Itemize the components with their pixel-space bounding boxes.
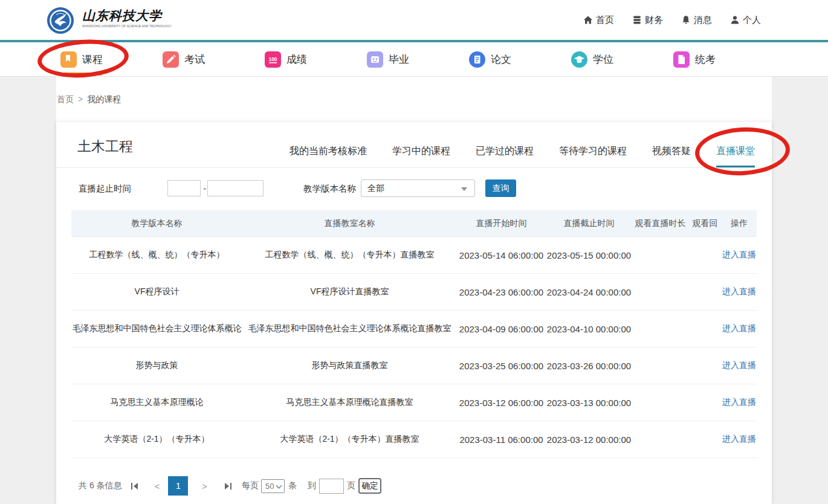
breadcrumb-separator: > (78, 94, 83, 105)
cell-version: 毛泽东思想和中国特色社会主义理论体系概论 (71, 323, 242, 334)
cell-version: 马克思主义基本原理概论 (71, 397, 242, 408)
topnav-home[interactable]: 首页 (583, 15, 614, 26)
nav-thesis[interactable]: 论文 (469, 42, 511, 76)
cell-end: 2023-03-13 00:00:00 (546, 398, 632, 408)
col-header-room: 直播教室名称 (242, 218, 457, 229)
select-caret-icon (461, 187, 467, 191)
cell-start: 2023-03-11 06:00:00 (457, 435, 546, 445)
tab-waiting-courses[interactable]: 等待学习的课程 (559, 145, 627, 167)
table-header-row: 教学版本名称 直播教室名称 直播开始时间 直播截止时间 观看直播时长 观看回 操… (71, 210, 757, 237)
cell-version: 形势与政策 (71, 360, 242, 371)
table-row: 马克思主义基本原理概论 马克思主义基本原理概论直播教室 2023-03-12 0… (71, 384, 757, 421)
nav-degree-label: 学位 (593, 53, 613, 66)
cell-room: 马克思主义基本原理概论直播教室 (242, 397, 457, 408)
topnav-finance[interactable]: 财务 (632, 15, 663, 26)
enter-live-link[interactable]: 进入直播 (722, 250, 757, 260)
nav-graduation[interactable]: 毕业 (367, 42, 409, 76)
cell-room: 毛泽东思想和中国特色社会主义理论体系概论直播教室 (242, 323, 457, 334)
start-time-input[interactable] (167, 180, 201, 196)
nav-exams-label: 考试 (184, 53, 205, 66)
table-row: 大学英语（2-1）（专升本） 大学英语（2-1）（专升本）直播教室 2023-0… (71, 421, 757, 458)
per-page-value: 50 (265, 482, 274, 491)
topnav-messages[interactable]: 消息 (681, 15, 712, 26)
logo-text: 山东科技大学 SHANDONG UNIVERSITY OF SCIENCE AN… (82, 7, 176, 28)
tab-learning-courses[interactable]: 学习中的课程 (392, 145, 450, 167)
last-page-icon[interactable] (224, 482, 232, 490)
cell-end: 2023-04-10 00:00:00 (546, 324, 632, 334)
cell-start: 2023-03-12 06:00:00 (457, 398, 546, 408)
table-row: 工程数学（线、概、统）（专升本） 工程数学（线、概、统）（专升本）直播教室 20… (71, 237, 757, 274)
enter-live-link[interactable]: 进入直播 (722, 397, 757, 408)
cell-end: 2023-03-12 00:00:00 (546, 435, 632, 445)
table-row: 形势与政策 形势与政策直播教室 2023-03-25 06:00:00 2023… (71, 347, 757, 384)
end-time-input[interactable] (207, 180, 264, 196)
enter-live-link[interactable]: 进入直播 (722, 360, 757, 371)
cell-version: 工程数学（线、概、统）（专升本） (71, 250, 242, 260)
topnav-finance-label: 财务 (645, 15, 663, 26)
enter-live-link[interactable]: 进入直播 (722, 286, 757, 297)
nav-thesis-label: 论文 (491, 53, 511, 66)
courses-book-icon (60, 51, 77, 68)
nav-active-underline (64, 73, 102, 76)
nav-grades[interactable]: 100 成绩 (265, 42, 307, 76)
total-count: 共 6 条信息 (79, 480, 122, 491)
topnav-messages-label: 消息 (694, 15, 712, 26)
per-page-select[interactable]: 50 (261, 479, 285, 493)
graduation-icon (367, 51, 383, 68)
nav-degree[interactable]: 学位 (571, 42, 613, 76)
prev-page-button[interactable]: < (155, 481, 160, 491)
card-divider (56, 167, 772, 168)
tabs: 我的当前考核标准 学习中的课程 已学过的课程 等待学习的课程 视频答疑 直播课堂 (289, 145, 755, 167)
goto-label: 到 (308, 480, 316, 491)
person-icon (730, 15, 740, 25)
svg-text:100: 100 (268, 56, 277, 62)
topnav-profile[interactable]: 个人 (730, 15, 761, 26)
cell-room: 工程数学（线、概、统）（专升本）直播教室 (242, 250, 457, 260)
time-range-dash: - (203, 183, 206, 194)
version-name-label: 教学版本名称 (303, 183, 356, 195)
main-nav: 课程 考试 100 成绩 毕业 论文 学位 统考 (0, 42, 828, 77)
topnav-home-label: 首页 (596, 15, 614, 26)
current-page-button[interactable]: 1 (168, 476, 188, 496)
tab-assessment-standard[interactable]: 我的当前考核标准 (289, 145, 367, 167)
exams-pencil-icon (163, 51, 179, 68)
cell-version: 大学英语（2-1）（专升本） (71, 434, 242, 445)
next-page-button[interactable]: > (202, 481, 207, 491)
nav-exams[interactable]: 考试 (163, 42, 205, 76)
nav-unified-exam-label: 统考 (695, 53, 716, 66)
breadcrumb-home[interactable]: 首页 (57, 94, 74, 105)
cell-version: VF程序设计 (71, 286, 242, 297)
tab-finished-courses[interactable]: 已学过的课程 (476, 145, 534, 167)
cell-end: 2023-03-26 00:00:00 (546, 361, 632, 371)
col-header-version: 教学版本名称 (71, 218, 242, 229)
enter-live-link[interactable]: 进入直播 (722, 434, 757, 445)
first-page-icon[interactable] (131, 482, 138, 490)
thesis-paper-icon (469, 51, 485, 68)
version-select[interactable]: 全部 (361, 179, 475, 197)
per-page-unit: 条 (288, 480, 297, 491)
cell-end: 2023-05-15 00:00:00 (546, 250, 632, 260)
logo-en: SHANDONG UNIVERSITY OF SCIENCE AND TECHN… (82, 24, 172, 28)
header: 山东科技大学 SHANDONG UNIVERSITY OF SCIENCE AN… (0, 0, 828, 40)
confirm-button[interactable]: 确定 (358, 478, 381, 494)
col-header-start: 直播开始时间 (457, 218, 546, 229)
university-emblem-icon (47, 7, 74, 34)
nav-courses[interactable]: 课程 (60, 42, 103, 76)
tab-video-qa[interactable]: 视频答疑 (652, 145, 691, 167)
goto-page-input[interactable] (319, 479, 344, 494)
filter-bar: 直播起止时间 - 教学版本名称 全部 查询 (56, 179, 772, 198)
topnav-profile-label: 个人 (743, 15, 761, 26)
course-card: 土木工程 我的当前考核标准 学习中的课程 已学过的课程 等待学习的课程 视频答疑… (56, 122, 772, 504)
nav-unified-exam[interactable]: 统考 (673, 42, 716, 76)
tab-live-classroom[interactable]: 直播课堂 (716, 145, 755, 167)
enter-live-link[interactable]: 进入直播 (722, 323, 757, 334)
live-classes-table: 教学版本名称 直播教室名称 直播开始时间 直播截止时间 观看直播时长 观看回 操… (71, 210, 757, 458)
content-container: 首页 > 我的课程 土木工程 我的当前考核标准 学习中的课程 已学过的课程 等待… (56, 77, 772, 504)
breadcrumb-current: 我的课程 (87, 94, 121, 105)
search-button[interactable]: 查询 (485, 179, 516, 197)
nav-courses-label: 课程 (82, 53, 103, 66)
university-logo[interactable]: 山东科技大学 SHANDONG UNIVERSITY OF SCIENCE AN… (47, 7, 176, 34)
goto-page-unit: 页 (347, 480, 355, 491)
nav-grades-label: 成绩 (286, 53, 307, 66)
finance-icon (632, 15, 642, 25)
